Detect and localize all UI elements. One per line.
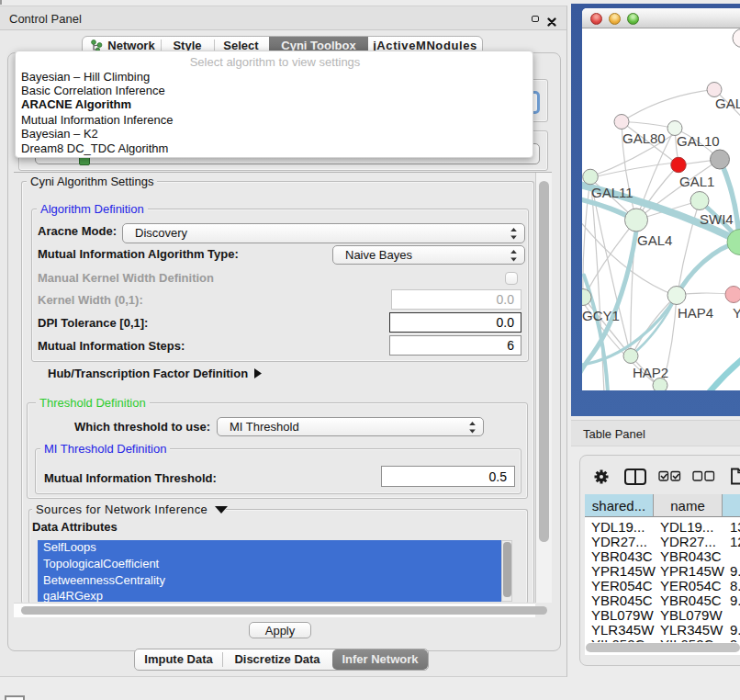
svg-text:GAL10: GAL10 bbox=[677, 133, 720, 149]
svg-text:GAL4: GAL4 bbox=[637, 232, 672, 248]
svg-text:HAP2: HAP2 bbox=[633, 365, 668, 380]
svg-text:GCY1: GCY1 bbox=[582, 308, 620, 323]
svg-text:GAL80: GAL80 bbox=[622, 130, 666, 146]
svg-text:GAL: GAL bbox=[715, 96, 740, 111]
svg-text:GAL1: GAL1 bbox=[679, 174, 714, 189]
svg-text:SWI4: SWI4 bbox=[700, 211, 734, 227]
svg-text:HAP4: HAP4 bbox=[678, 305, 713, 321]
svg-text:GAL11: GAL11 bbox=[591, 185, 633, 200]
svg-text:Y: Y bbox=[733, 305, 740, 321]
